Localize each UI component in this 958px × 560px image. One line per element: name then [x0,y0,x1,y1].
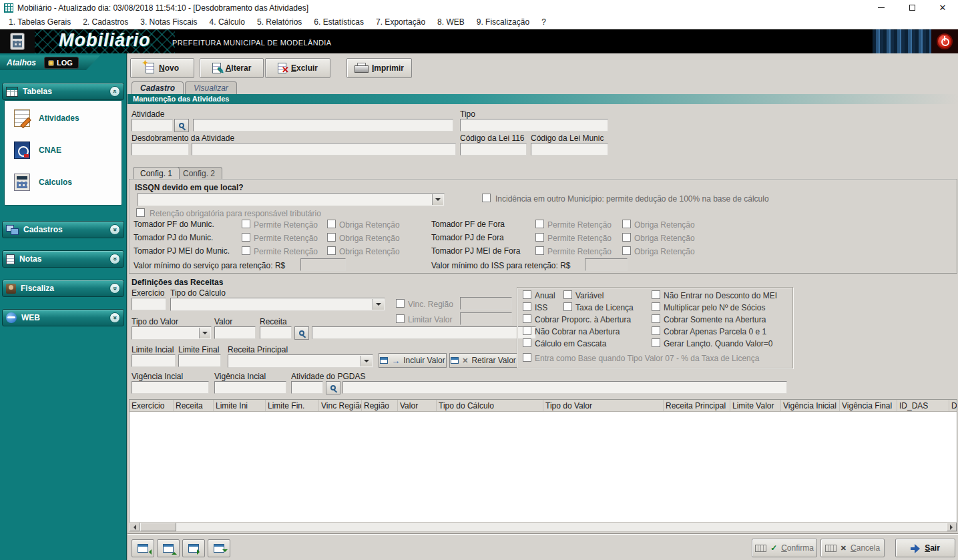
grid-col-limite-fin[interactable]: Limite Fin. [266,400,319,412]
atividade-desc-input[interactable] [193,119,453,131]
vigencia-inicial2-input[interactable] [214,381,286,394]
option-cobrar-proporc-checkbox[interactable] [523,314,531,323]
grid-col-tipo-valor[interactable]: Tipo do Valor [543,400,664,412]
limite-final-input[interactable] [178,354,221,367]
horizontal-scrollbar[interactable] [129,522,957,532]
dropdown-arrow-icon[interactable] [361,356,372,366]
atividade-search-button[interactable] [174,119,189,132]
novo-button[interactable]: Novo [130,58,194,78]
chevron-down-icon[interactable] [109,224,120,235]
tab-cadastro[interactable]: Cadastro [132,81,184,94]
retencao-checkbox[interactable] [136,208,145,217]
menu-exportacao[interactable]: 7. Exportação [370,16,431,28]
tomador-pj-fora-permite-checkbox[interactable] [535,233,544,242]
limitar-valor-input[interactable] [460,312,512,325]
receita-principal-select[interactable] [228,354,373,368]
grid-col-limite-ini[interactable]: Limite Ini [214,400,266,412]
chevron-up-icon[interactable] [109,86,120,97]
menu-help[interactable]: ? [535,16,552,28]
chevron-down-icon[interactable] [109,254,120,264]
tomador-pf-munic-permite-checkbox[interactable] [242,220,250,228]
tomador-pf-fora-permite-checkbox[interactable] [535,220,544,228]
valor-input[interactable] [214,326,256,339]
limite-inicial-input[interactable] [132,354,176,367]
menu-relatorios[interactable]: 5. Relatórios [251,16,308,28]
option-gerar-lancto-checkbox[interactable] [652,338,660,347]
exercicio-input[interactable] [132,298,166,310]
tomador-pj-munic-obriga-checkbox[interactable] [327,233,336,242]
cancela-button[interactable]: Cancela [820,539,885,557]
option-multiplicar-socios-checkbox[interactable] [652,302,660,311]
atividade-code-input[interactable] [132,119,173,131]
desdobramento-code-input[interactable] [132,143,189,156]
valor-min-iss-input[interactable] [585,258,628,271]
valor-min-servico-input[interactable] [300,258,346,271]
sidebar-group-cadastros[interactable]: Cadastros [2,221,124,238]
option-entra-base-checkbox[interactable] [523,353,531,362]
option-calculo-cascata-checkbox[interactable] [523,338,531,347]
dropdown-arrow-icon[interactable] [373,299,384,310]
scroll-left-button[interactable] [130,523,140,531]
tomador-pj-mei-munic-obriga-checkbox[interactable] [327,246,336,255]
grid-col-receita-principal[interactable]: Receita Principal [664,400,730,412]
option-iss-checkbox[interactable] [523,302,531,311]
excluir-button[interactable]: Excluir [265,58,330,78]
option-variavel-checkbox[interactable] [563,290,572,299]
grid-col-des[interactable]: Des [949,400,957,412]
tab-visualizar[interactable]: Visualizar [185,81,237,94]
retirar-valor-button[interactable]: Retirar Valor [449,353,517,368]
grid-col-valor[interactable]: Valor [398,400,437,412]
confirma-button[interactable]: Confirma [752,539,817,557]
log-button[interactable]: LOG [44,57,79,69]
grid-col-tipo-calculo[interactable]: Tipo do Cálculo [437,400,543,412]
sidebar-item-calculos[interactable]: Cálculos [14,172,72,193]
nav-first-record-button[interactable] [132,539,154,557]
lei-munic-input[interactable] [531,143,608,156]
nav-prior-record-button[interactable] [157,539,180,557]
scrollbar-thumb[interactable] [140,523,176,531]
sidebar-group-fiscaliza[interactable]: Fiscaliza [2,280,124,297]
close-button[interactable] [927,0,958,15]
lei116-input[interactable] [460,143,527,156]
vigencia-inicial-input[interactable] [132,381,209,394]
menu-fiscalizacao[interactable]: 9. Fiscalização [471,16,535,28]
tab-config2[interactable]: Config. 2 [176,167,222,179]
option-nao-desconto-mei-checkbox[interactable] [652,290,660,299]
limitar-valor-checkbox[interactable] [396,314,405,323]
sidebar-item-cnae[interactable]: CNAE [14,139,61,161]
option-cobrar-somente-abertura-checkbox[interactable] [652,314,660,323]
receita-code-input[interactable] [260,326,292,339]
tipo-input[interactable] [460,119,608,131]
maximize-button[interactable] [897,0,927,15]
dropdown-arrow-icon[interactable] [432,194,443,205]
grid-col-vigencia-inicial[interactable]: Vigência Inicial [781,400,840,412]
sidebar-item-atividades[interactable]: Atividades [14,107,79,129]
pgdas-desc-input[interactable] [342,381,787,394]
tipo-calculo-select[interactable] [170,298,385,311]
power-icon[interactable] [937,33,953,49]
desdobramento-desc-input[interactable] [192,143,456,156]
incidencia-checkbox[interactable] [482,194,491,202]
menu-estatisticas[interactable]: 6. Estatísticas [308,16,370,28]
menu-tabelas-gerais[interactable]: 1. Tabelas Gerais [3,16,77,28]
dropdown-arrow-icon[interactable] [199,328,210,338]
tomador-pj-munic-permite-checkbox[interactable] [242,233,250,242]
incluir-valor-button[interactable]: Incluir Valor [379,353,447,368]
tipo-valor-select[interactable] [132,326,212,340]
menu-web[interactable]: 8. WEB [431,16,471,28]
option-cobrar-parcela-checkbox[interactable] [652,326,660,335]
grid-col-receita[interactable]: Receita [174,400,214,412]
receita-desc-input[interactable] [312,326,536,339]
imprimir-button[interactable]: Imprimir [346,58,412,78]
menu-calculo[interactable]: 4. Cálculo [204,16,251,28]
tab-config1[interactable]: Config. 1 [133,167,180,179]
tomador-pj-mei-fora-permite-checkbox[interactable] [535,246,544,255]
chevron-down-icon[interactable] [109,283,120,294]
sidebar-group-tabelas[interactable]: Tabelas [2,83,124,100]
grid-col-id-das[interactable]: ID_DAS [897,400,949,412]
option-nao-cobrar-abertura-checkbox[interactable] [523,326,531,335]
sair-button[interactable]: Sair [895,539,955,557]
pgdas-code-input[interactable] [291,381,323,394]
tomador-pj-fora-obriga-checkbox[interactable] [622,233,631,242]
receita-search-button[interactable] [294,326,309,340]
